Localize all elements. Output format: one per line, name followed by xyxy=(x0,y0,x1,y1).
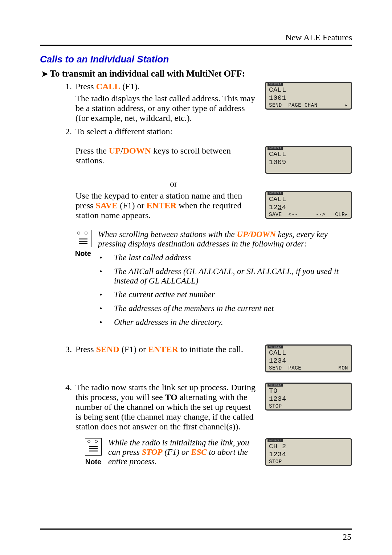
note-label: Note xyxy=(85,458,101,466)
lcd6-line2: 1234 xyxy=(266,450,351,458)
step-number: 3. xyxy=(65,344,75,354)
footer-rule xyxy=(40,529,352,530)
step-number: 4. xyxy=(65,383,75,432)
note-icon xyxy=(85,438,102,456)
or-separator: or xyxy=(75,179,271,189)
step3-a: Press xyxy=(75,344,96,354)
key-enter: ENTER xyxy=(148,344,178,354)
slash: / xyxy=(121,146,123,155)
lcd4-f1: SEND xyxy=(269,365,282,371)
lcd5-line1: TO xyxy=(266,387,351,395)
lcd-brand: MOTOROLA xyxy=(268,147,283,150)
step1-text-b: (F1). xyxy=(120,82,139,91)
note-label: Note xyxy=(75,249,91,258)
note-bullet: The addresses of the members in the curr… xyxy=(108,304,348,313)
lcd5-line2: 1234 xyxy=(266,395,351,403)
note-bullet: The last called address xyxy=(108,253,348,262)
note-bullet: The AIICall address (GL ALLCALL, or SL A… xyxy=(108,267,348,286)
key-save: SAVE xyxy=(95,201,118,210)
step4-to: TO xyxy=(165,392,177,402)
key-esc: ESC xyxy=(191,448,207,457)
step1-desc: The radio displays the last called addre… xyxy=(75,94,256,123)
lcd3-line2: 1234 xyxy=(266,203,351,211)
key-updown: UP/DOWN xyxy=(237,230,275,239)
lcd-screen-5: MOTOROLA TO 1234 STOP xyxy=(265,383,352,411)
step1-text-a: Press xyxy=(75,82,96,91)
lcd-brand: MOTOROLA xyxy=(268,439,283,442)
lcd6-f1: STOP xyxy=(269,458,282,465)
note2-b: (F1) or xyxy=(163,448,191,457)
key-up: UP xyxy=(109,146,121,155)
lcd4-line2: 1234 xyxy=(266,357,351,365)
key-send: SEND xyxy=(96,344,119,354)
lcd4-f2: PAGE xyxy=(288,365,301,371)
lcd-screen-3: MOTOROLA CALL 1234 SAVE <----> CLR▸ xyxy=(265,191,352,219)
key-stop: STOP xyxy=(142,448,162,457)
lcd-screen-2: MOTOROLA CALL 1009 xyxy=(265,146,352,174)
note-icon xyxy=(75,230,91,247)
lcd4-line1: CALL xyxy=(266,349,351,357)
lcd-screen-4: MOTOROLA CALL 1234 SEND PAGEMON xyxy=(265,344,352,372)
lcd-brand: MOTOROLA xyxy=(268,346,283,348)
section-title: Calls to an Individual Station xyxy=(40,54,352,65)
lcd2-line2: 1009 xyxy=(266,158,351,166)
key-call: CALL xyxy=(96,82,121,91)
note-bullet: Other addresses in the directory. xyxy=(108,318,348,327)
step2-press: Press the xyxy=(75,146,109,155)
lcd3-f4: CLR xyxy=(335,211,345,218)
lcd1-f2: PAGE xyxy=(288,102,301,109)
step3-c: to initiate the call. xyxy=(178,344,243,354)
lcd1-f3: CHAN xyxy=(305,102,318,109)
lcd1-line2: 1001 xyxy=(266,94,351,102)
lcd3-f3: --> xyxy=(316,211,326,218)
procedure-heading: To transmit an individual call with Mult… xyxy=(41,69,352,79)
page-number: 25 xyxy=(343,532,351,542)
lcd3-line1: CALL xyxy=(266,195,351,203)
lcd2-line1: CALL xyxy=(266,150,351,158)
step3-b: (F1) or xyxy=(119,344,148,354)
step2-text: To select a different station: xyxy=(75,127,271,136)
lcd1-line1: CALL xyxy=(266,86,351,94)
lcd-brand: MOTOROLA xyxy=(268,83,283,86)
key-enter: ENTER xyxy=(147,201,177,210)
lcd4-f4: MON xyxy=(338,365,348,371)
key-down: DOWN xyxy=(123,146,151,155)
step-number: 2. xyxy=(65,127,75,136)
lcd-brand: MOTOROLA xyxy=(268,384,283,387)
caret-icon: ▸ xyxy=(345,211,348,218)
note1-a: When scrolling between stations with the xyxy=(98,230,237,239)
lcd-screen-1: MOTOROLA CALL 1001 SEND PAGE CHAN▸ xyxy=(265,82,352,110)
lcd5-f1: STOP xyxy=(269,403,282,409)
note-bullet: The current active net number xyxy=(108,290,348,299)
lcd3-f1: SAVE xyxy=(269,211,282,218)
caret-icon: ▸ xyxy=(345,102,348,109)
lcd6-line1: CH 2 xyxy=(266,442,351,450)
lcd1-f1: SEND xyxy=(269,102,282,109)
step-number: 1. xyxy=(65,82,75,91)
page-header: New ALE Features xyxy=(40,33,352,46)
lcd3-f2: <-- xyxy=(288,211,298,218)
lcd-brand: MOTOROLA xyxy=(268,192,283,195)
step2b-b: (F1) or xyxy=(118,201,146,210)
lcd-screen-6: MOTOROLA CH 2 1234 STOP xyxy=(265,438,352,466)
